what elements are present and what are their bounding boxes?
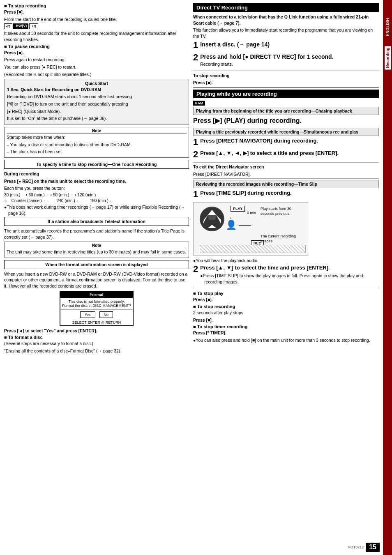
one-touch-note: ●This does not work during timer recordi… [4, 204, 189, 216]
audio-note: ●You will hear the playback audio. [193, 258, 379, 264]
quick-start-box: Quick Start 1 Sec. Quick Start for Recor… [4, 79, 189, 125]
page-number: 15 [366, 543, 380, 552]
quick-start-body2: [ᵟ/l] or [ᵟ DVD] to turn on the unit and… [7, 101, 186, 107]
dialog-yes-btn[interactable]: Yes [80, 311, 95, 318]
dialog-select: SELECT [72, 320, 87, 325]
playing-step1-text: Press [DIRECT NAVIGATOR] during recordin… [200, 138, 379, 145]
ts-step1-number: 1 [193, 190, 198, 199]
ram-badge-area: RAM [193, 100, 379, 107]
direct-tv-stop-press: Press [■]. [193, 80, 379, 86]
ts-90: 90 (min.) [53, 193, 69, 197]
stop-recording-press: Press [■]. [4, 9, 189, 15]
one-touch-body1: Each time you press the button: [4, 185, 189, 191]
stop-recording-body2: It takes about 30 seconds for the unit t… [4, 30, 189, 42]
stop-timer-title: ■ To stop timer recording [193, 324, 379, 329]
format-dialog: Format This disc is not formatted proper… [60, 291, 134, 326]
ts-step2-content: Press [▲, ▼] to select the time and pres… [200, 265, 379, 286]
soccer-ball [200, 207, 224, 231]
min-label: 0 min [247, 211, 256, 215]
dialog-enter: ENTER ◎ RETURN [88, 320, 121, 325]
separator2 [193, 88, 379, 88]
note1-line2: – The clock has not been set. [7, 149, 187, 155]
rec-note: The current recording images [261, 234, 306, 244]
ts-step1-text: Press [TIME SLIP] during recording. [200, 190, 379, 197]
teletext-body: The unit automatically records the progr… [4, 228, 189, 240]
time-sequence2: ↑— Counter (cancel) ←—— 240 (min.) ←—— 1… [4, 198, 189, 203]
ts-arrow1: ⟶ [21, 193, 27, 197]
playing-step1: 1 Press [DIRECT NAVIGATOR] during record… [193, 138, 379, 147]
soccer-ball-svg [200, 207, 224, 231]
stop-recording-section: ■ To stop recording Press [■]. From the … [4, 3, 189, 43]
press-play-text: Press [▶] (PLAY) during recording. [193, 117, 379, 124]
quick-start-body4: It is set to "On" at the time of purchas… [7, 115, 186, 122]
note2-title: Note [7, 243, 187, 248]
dialog-note: SELECT ENTER ◎ RETURN [60, 320, 133, 325]
right-sidebar: ENGLISH Recording [383, 0, 392, 555]
time-sequence: 30 (min.) ⟶ 60 (min.) ⟶ 90 (min.) ⟶ 120 … [4, 193, 189, 197]
ts-back1: ←—— [43, 198, 55, 203]
ts-step2-sub: ●Press [TIME SLIP] to show the play imag… [200, 273, 379, 285]
step1-number: 1 [193, 41, 198, 50]
teletext-box: If a station also broadcasts Teletext in… [4, 217, 189, 226]
playing-step2: 2 Press [▲, ▼, ◄, ▶] to select a title a… [193, 150, 379, 159]
play-label: PLAY [231, 206, 245, 212]
playing-step1-number: 1 [193, 138, 198, 147]
rqt-code: RQT8212 [348, 545, 364, 549]
sidebar-english: ENGLISH [385, 16, 391, 38]
recording-strip [200, 245, 306, 253]
format-confirm-box: When the format confirmation screen is d… [4, 260, 189, 269]
chasing-playback-box: Playing from the beginning of the title … [193, 107, 379, 115]
badge-r: -R [4, 23, 12, 29]
stop-play-section: ■ To stop play Press [■]. [193, 291, 379, 303]
sidebar-recording: Recording [385, 46, 391, 69]
dialog-buttons: Yes No [60, 310, 133, 320]
ram-badge: RAM [193, 101, 205, 106]
separator5 [193, 289, 379, 289]
playing-step1-content: Press [DIRECT NAVIGATOR] during recordin… [200, 138, 379, 146]
step2-content: Press and hold [● DIRECT TV REC] for 1 s… [200, 53, 379, 67]
format-confirm-title: When the format confirmation screen is d… [7, 262, 186, 267]
ts-60: 60 (min.) [28, 193, 44, 197]
format-disc-section: ■ To format a disc (Several steps are ne… [4, 335, 189, 354]
quick-start-body3: [● REC] (Quick Start Mode). [7, 108, 186, 115]
dialog-body: This disc is not formatted properly. For… [60, 298, 133, 310]
direct-tv-intro2: This function allows you to immediately … [193, 27, 379, 39]
stop-rec-line1: 2 seconds after play stops [193, 310, 379, 316]
stop-rec-section2: ■ To stop recording 2 seconds after play… [193, 304, 379, 323]
play-arrow: ↓ [230, 216, 232, 220]
quick-start-title: Quick Start [7, 81, 186, 86]
page-number-area: RQT8212 15 [348, 543, 380, 552]
ts-120: 120 (min.) [77, 193, 96, 197]
ts-arrow3: ⟶ [70, 193, 76, 197]
step2-sub: Recording starts. [200, 62, 379, 67]
direct-tv-step1: 1 Insert a disc. (→ page 14) [193, 41, 379, 50]
play-note: Play starts from 30 seconds previous. [261, 207, 306, 216]
ts-step1: 1 Press [TIME SLIP] during recording. [193, 190, 379, 199]
separator3 [193, 162, 379, 163]
stop-play-press: Press [■]. [193, 297, 379, 303]
playing-header: Playing while you are recording [193, 90, 379, 98]
ts-arrow2: ⟶ [46, 193, 52, 197]
stop-timer-note: ●You can also press and hold [■] on the … [193, 337, 379, 343]
dialog-no-btn[interactable]: No [99, 311, 113, 318]
separator1 [193, 71, 379, 71]
separator4 [193, 178, 379, 179]
step2-number: 2 [193, 53, 198, 62]
note2-line: The unit may take some time in retrievin… [7, 249, 187, 255]
stop-timer-press: Press [ᵟ TIMER]. [193, 330, 379, 336]
stop-play-title: ■ To stop play [193, 291, 379, 296]
one-touch-box: To specify a time to stop recording—One … [4, 160, 189, 169]
press-instruction-text: Press [◄] to select "Yes" and press [ENT… [4, 328, 97, 333]
dialog-line2: Format the disc in DISC MANAGEMENT? [62, 304, 131, 308]
stop-rec-title2: ■ To stop recording [193, 304, 379, 309]
one-touch-press: Press [● REC] on the main unit to select… [4, 178, 189, 184]
badge-plus-r: +R [29, 23, 38, 29]
note1-box: Note Startup takes more time when: – You… [4, 127, 189, 158]
stop-timer-section: ■ To stop timer recording Press [ᵟ TIMER… [193, 324, 379, 343]
playing-step2-text: Press [▲, ▼, ◄, ▶] to select a title and… [200, 150, 379, 157]
format-disc-title: ■ To format a disc [4, 335, 189, 340]
direct-tv-stop-label: To stop recording [193, 73, 379, 79]
person-icon: 👤 [226, 220, 237, 230]
step2-text: Press and hold [● DIRECT TV REC] for 1 s… [200, 53, 379, 60]
badge-rwv: -RW(V) [13, 23, 29, 29]
